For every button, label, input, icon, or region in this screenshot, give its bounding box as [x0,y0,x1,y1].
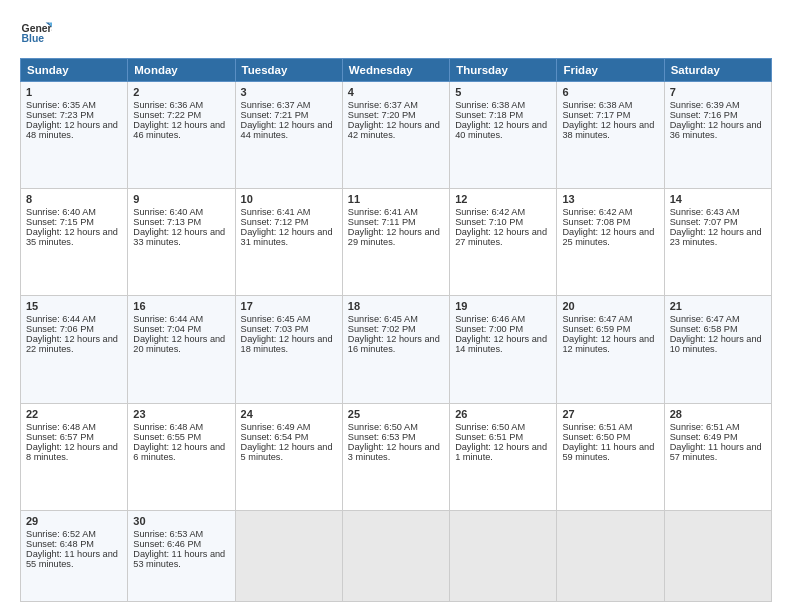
sunset-text: Sunset: 7:16 PM [670,110,738,120]
calendar-cell [557,510,664,601]
sunrise-text: Sunrise: 6:49 AM [241,422,311,432]
daylight-text: Daylight: 12 hours and 22 minutes. [26,334,118,354]
calendar-cell: 19Sunrise: 6:46 AMSunset: 7:00 PMDayligh… [450,296,557,403]
sunset-text: Sunset: 7:11 PM [348,217,416,227]
sunrise-text: Sunrise: 6:44 AM [133,314,203,324]
daylight-text: Daylight: 12 hours and 1 minute. [455,442,547,462]
day-number: 21 [670,300,766,312]
day-number: 26 [455,408,551,420]
calendar-cell: 13Sunrise: 6:42 AMSunset: 7:08 PMDayligh… [557,189,664,296]
daylight-text: Daylight: 12 hours and 44 minutes. [241,120,333,140]
calendar-cell [342,510,449,601]
calendar-cell: 10Sunrise: 6:41 AMSunset: 7:12 PMDayligh… [235,189,342,296]
sunrise-text: Sunrise: 6:37 AM [241,100,311,110]
sunrise-text: Sunrise: 6:51 AM [670,422,740,432]
day-number: 20 [562,300,658,312]
calendar-table: SundayMondayTuesdayWednesdayThursdayFrid… [20,58,772,602]
daylight-text: Daylight: 12 hours and 33 minutes. [133,227,225,247]
sunset-text: Sunset: 7:12 PM [241,217,309,227]
sunrise-text: Sunrise: 6:45 AM [348,314,418,324]
calendar-cell: 25Sunrise: 6:50 AMSunset: 6:53 PMDayligh… [342,403,449,510]
daylight-text: Daylight: 12 hours and 31 minutes. [241,227,333,247]
calendar-cell: 16Sunrise: 6:44 AMSunset: 7:04 PMDayligh… [128,296,235,403]
daylight-text: Daylight: 12 hours and 35 minutes. [26,227,118,247]
daylight-text: Daylight: 12 hours and 12 minutes. [562,334,654,354]
day-number: 14 [670,193,766,205]
daylight-text: Daylight: 12 hours and 20 minutes. [133,334,225,354]
daylight-text: Daylight: 12 hours and 40 minutes. [455,120,547,140]
daylight-text: Daylight: 12 hours and 10 minutes. [670,334,762,354]
sunrise-text: Sunrise: 6:48 AM [26,422,96,432]
sunset-text: Sunset: 6:51 PM [455,432,523,442]
col-header-saturday: Saturday [664,59,771,82]
sunrise-text: Sunrise: 6:35 AM [26,100,96,110]
col-header-thursday: Thursday [450,59,557,82]
sunset-text: Sunset: 7:17 PM [562,110,630,120]
day-number: 6 [562,86,658,98]
day-number: 22 [26,408,122,420]
day-number: 1 [26,86,122,98]
calendar-cell: 1Sunrise: 6:35 AMSunset: 7:23 PMDaylight… [21,82,128,189]
sunset-text: Sunset: 7:04 PM [133,324,201,334]
sunrise-text: Sunrise: 6:41 AM [348,207,418,217]
daylight-text: Daylight: 11 hours and 57 minutes. [670,442,762,462]
sunset-text: Sunset: 6:50 PM [562,432,630,442]
day-number: 27 [562,408,658,420]
daylight-text: Daylight: 12 hours and 16 minutes. [348,334,440,354]
calendar-cell: 24Sunrise: 6:49 AMSunset: 6:54 PMDayligh… [235,403,342,510]
calendar-cell: 30Sunrise: 6:53 AMSunset: 6:46 PMDayligh… [128,510,235,601]
col-header-wednesday: Wednesday [342,59,449,82]
calendar-cell: 20Sunrise: 6:47 AMSunset: 6:59 PMDayligh… [557,296,664,403]
daylight-text: Daylight: 12 hours and 38 minutes. [562,120,654,140]
daylight-text: Daylight: 12 hours and 42 minutes. [348,120,440,140]
day-number: 24 [241,408,337,420]
calendar-cell: 21Sunrise: 6:47 AMSunset: 6:58 PMDayligh… [664,296,771,403]
col-header-monday: Monday [128,59,235,82]
calendar-cell: 28Sunrise: 6:51 AMSunset: 6:49 PMDayligh… [664,403,771,510]
daylight-text: Daylight: 12 hours and 46 minutes. [133,120,225,140]
calendar-cell: 15Sunrise: 6:44 AMSunset: 7:06 PMDayligh… [21,296,128,403]
daylight-text: Daylight: 12 hours and 27 minutes. [455,227,547,247]
sunset-text: Sunset: 6:48 PM [26,539,94,549]
sunset-text: Sunset: 7:23 PM [26,110,94,120]
day-number: 17 [241,300,337,312]
daylight-text: Daylight: 11 hours and 59 minutes. [562,442,654,462]
sunrise-text: Sunrise: 6:52 AM [26,529,96,539]
sunset-text: Sunset: 6:53 PM [348,432,416,442]
sunset-text: Sunset: 7:02 PM [348,324,416,334]
sunrise-text: Sunrise: 6:44 AM [26,314,96,324]
sunrise-text: Sunrise: 6:40 AM [26,207,96,217]
sunrise-text: Sunrise: 6:39 AM [670,100,740,110]
svg-text:Blue: Blue [22,33,45,44]
calendar-cell: 2Sunrise: 6:36 AMSunset: 7:22 PMDaylight… [128,82,235,189]
daylight-text: Daylight: 11 hours and 53 minutes. [133,549,225,569]
daylight-text: Daylight: 12 hours and 14 minutes. [455,334,547,354]
sunset-text: Sunset: 6:57 PM [26,432,94,442]
sunrise-text: Sunrise: 6:46 AM [455,314,525,324]
daylight-text: Daylight: 12 hours and 48 minutes. [26,120,118,140]
sunrise-text: Sunrise: 6:47 AM [670,314,740,324]
sunrise-text: Sunrise: 6:43 AM [670,207,740,217]
day-number: 25 [348,408,444,420]
sunrise-text: Sunrise: 6:53 AM [133,529,203,539]
calendar-cell: 14Sunrise: 6:43 AMSunset: 7:07 PMDayligh… [664,189,771,296]
calendar-cell: 9Sunrise: 6:40 AMSunset: 7:13 PMDaylight… [128,189,235,296]
day-number: 5 [455,86,551,98]
day-number: 8 [26,193,122,205]
day-number: 3 [241,86,337,98]
sunset-text: Sunset: 6:59 PM [562,324,630,334]
day-number: 4 [348,86,444,98]
sunset-text: Sunset: 7:10 PM [455,217,523,227]
calendar-cell [450,510,557,601]
col-header-tuesday: Tuesday [235,59,342,82]
daylight-text: Daylight: 11 hours and 55 minutes. [26,549,118,569]
calendar-cell: 23Sunrise: 6:48 AMSunset: 6:55 PMDayligh… [128,403,235,510]
sunset-text: Sunset: 6:46 PM [133,539,201,549]
sunrise-text: Sunrise: 6:42 AM [562,207,632,217]
sunrise-text: Sunrise: 6:50 AM [348,422,418,432]
svg-text:General: General [22,23,52,34]
sunrise-text: Sunrise: 6:50 AM [455,422,525,432]
sunset-text: Sunset: 7:07 PM [670,217,738,227]
calendar-cell: 7Sunrise: 6:39 AMSunset: 7:16 PMDaylight… [664,82,771,189]
calendar-header-row: SundayMondayTuesdayWednesdayThursdayFrid… [21,59,772,82]
